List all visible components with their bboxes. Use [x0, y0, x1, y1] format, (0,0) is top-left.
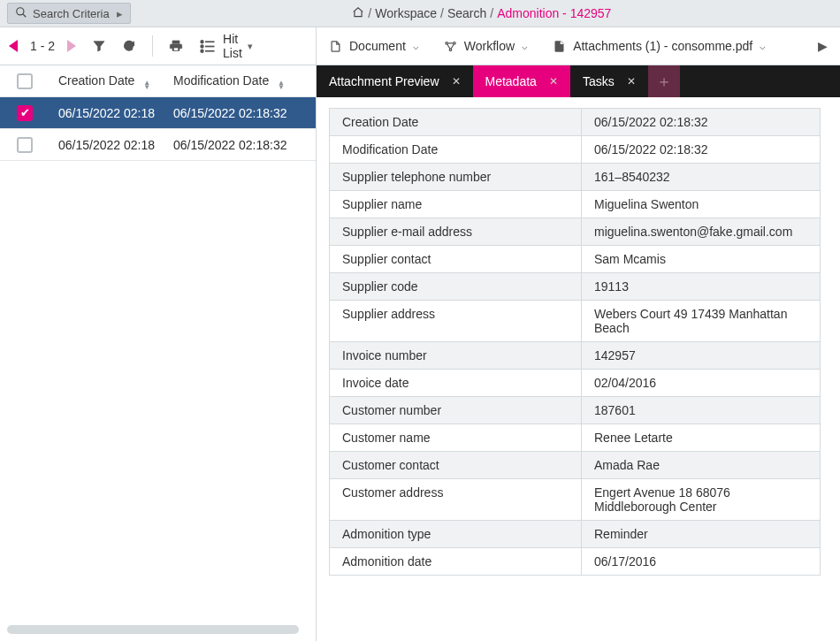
- metadata-key: Supplier telephone number: [330, 164, 582, 190]
- metadata-value: 142957: [582, 342, 820, 369]
- search-icon: [15, 6, 27, 21]
- svg-point-6: [201, 40, 203, 42]
- col-modification-date[interactable]: Modification Date ▲▼: [164, 73, 306, 89]
- svg-point-10: [453, 42, 455, 44]
- results-toolbar: 1 - 2 Hit List ▾: [0, 27, 316, 65]
- svg-rect-2: [173, 48, 178, 50]
- select-all-checkbox[interactable]: [17, 73, 33, 89]
- metadata-value: 187601: [582, 397, 820, 424]
- pager-next[interactable]: [67, 40, 76, 52]
- close-icon[interactable]: ✕: [627, 75, 636, 88]
- svg-point-9: [446, 42, 448, 44]
- metadata-value: Amada Rae: [582, 452, 820, 478]
- pager-range: 1 - 2: [30, 39, 55, 53]
- home-icon[interactable]: [352, 6, 364, 21]
- metadata-key: Invoice number: [330, 342, 582, 369]
- metadata-value: Webers Court 49 17439 Manhattan Beach: [582, 301, 820, 341]
- metadata-key: Invoice date: [330, 370, 582, 396]
- metadata-row: Customer contactAmada Rae: [330, 452, 820, 479]
- document-menu[interactable]: Document ⌵: [329, 39, 419, 53]
- chevron-right-icon: ▸: [117, 7, 123, 20]
- svg-point-7: [201, 45, 203, 48]
- pager-prev[interactable]: [9, 40, 18, 52]
- close-icon[interactable]: ✕: [549, 75, 558, 88]
- breadcrumb: / Workspace / Search / Admonition - 1429…: [131, 6, 833, 21]
- metadata-key: Customer contact: [330, 452, 582, 478]
- sort-icon: ▲▼: [278, 80, 285, 89]
- metadata-row: Invoice date02/04/2016: [330, 370, 820, 397]
- metadata-row: Supplier addressWebers Court 49 17439 Ma…: [330, 301, 820, 342]
- metadata-value: Sam Mcamis: [582, 246, 820, 272]
- chevron-down-icon: ⌵: [760, 41, 766, 52]
- cell-creation-date: 06/15/2022 02:18: [50, 106, 164, 120]
- hitlist-dropdown[interactable]: Hit List ▾: [199, 32, 253, 60]
- filter-button[interactable]: [92, 39, 106, 53]
- metadata-value: 06/15/2022 02:18:32: [582, 109, 820, 135]
- tab-metadata[interactable]: Metadata✕: [473, 65, 570, 97]
- metadata-row: Modification Date06/15/2022 02:18:32: [330, 136, 820, 164]
- row-checkbox[interactable]: [17, 105, 33, 121]
- chevron-down-icon: ⌵: [522, 41, 528, 52]
- metadata-key: Admonition type: [330, 521, 582, 547]
- metadata-value: Reminder: [582, 521, 820, 547]
- metadata-value: Miguelina Swenton: [582, 191, 820, 217]
- metadata-key: Supplier address: [330, 301, 582, 341]
- svg-point-11: [449, 49, 452, 51]
- metadata-key: Customer name: [330, 424, 582, 451]
- svg-point-0: [17, 7, 24, 14]
- metadata-row: Supplier nameMiguelina Swenton: [330, 191, 820, 218]
- table-row[interactable]: 06/15/2022 02:1806/15/2022 02:18:32: [0, 97, 316, 129]
- metadata-value: 19113: [582, 273, 820, 300]
- metadata-row: Supplier e-mail addressmiguelina.swenton…: [330, 218, 820, 246]
- results-table: Creation Date ▲▼ Modification Date ▲▼ 06…: [0, 65, 316, 641]
- tab-label: Tasks: [583, 74, 615, 88]
- search-criteria-toggle[interactable]: Search Criteria ▸: [7, 3, 131, 24]
- tab-label: Attachment Preview: [329, 74, 439, 88]
- metadata-key: Customer number: [330, 397, 582, 424]
- pager: 1 - 2: [9, 39, 76, 53]
- metadata-value: Renee Letarte: [582, 424, 820, 451]
- metadata-value: miguelina.swenton@fake.gmail.com: [582, 218, 820, 245]
- metadata-row: Invoice number142957: [330, 342, 820, 370]
- cell-creation-date: 06/15/2022 02:18: [50, 138, 164, 152]
- row-checkbox[interactable]: [17, 137, 33, 153]
- metadata-row: Customer addressEngert Avenue 18 68076 M…: [330, 479, 820, 521]
- plus-icon: ＋: [656, 71, 672, 92]
- table-row[interactable]: 06/15/2022 02:1806/15/2022 02:18:32: [0, 129, 316, 161]
- metadata-key: Creation Date: [330, 109, 582, 135]
- tab-label: Metadata: [485, 74, 537, 88]
- cell-modification-date: 06/15/2022 02:18:32: [164, 138, 306, 152]
- metadata-key: Customer address: [330, 479, 582, 520]
- search-criteria-label: Search Criteria: [33, 7, 110, 20]
- attachments-menu[interactable]: Attachments (1) - consomme.pdf ⌵: [553, 39, 766, 53]
- horizontal-scrollbar[interactable]: [7, 623, 309, 636]
- metadata-row: Supplier code19113: [330, 273, 820, 301]
- metadata-value: 02/04/2016: [582, 370, 820, 396]
- tab-tasks[interactable]: Tasks✕: [570, 65, 648, 97]
- metadata-row: Admonition date06/17/2016: [330, 548, 820, 575]
- svg-point-8: [201, 50, 203, 52]
- metadata-key: Supplier name: [330, 191, 582, 217]
- col-creation-date[interactable]: Creation Date ▲▼: [50, 73, 164, 89]
- svg-line-1: [23, 13, 27, 17]
- add-tab-button[interactable]: ＋: [648, 65, 680, 97]
- metadata-row: Supplier contactSam Mcamis: [330, 246, 820, 273]
- sort-icon: ▲▼: [143, 80, 150, 89]
- chevron-down-icon: ▾: [248, 41, 253, 52]
- detail-pane: Document ⌵ Workflow ⌵ Attachments (1) - …: [317, 27, 840, 641]
- breadcrumb-current: Admonition - 142957: [497, 6, 611, 20]
- workflow-menu[interactable]: Workflow ⌵: [444, 39, 528, 53]
- metadata-value: Engert Avenue 18 68076 Middleborough Cen…: [582, 479, 820, 520]
- metadata-row: Creation Date06/15/2022 02:18:32: [330, 109, 820, 136]
- metadata-value: 06/17/2016: [582, 548, 820, 575]
- print-button[interactable]: [169, 39, 183, 53]
- metadata-row: Customer number187601: [330, 397, 820, 424]
- breadcrumb-item[interactable]: Workspace: [375, 6, 437, 20]
- metadata-key: Supplier code: [330, 273, 582, 300]
- tab-attachment-preview[interactable]: Attachment Preview✕: [317, 65, 473, 97]
- metadata-key: Modification Date: [330, 136, 582, 163]
- refresh-button[interactable]: [122, 39, 136, 53]
- close-icon[interactable]: ✕: [452, 75, 461, 88]
- scroll-right-button[interactable]: ▶: [818, 39, 828, 53]
- breadcrumb-item[interactable]: Search: [447, 6, 486, 20]
